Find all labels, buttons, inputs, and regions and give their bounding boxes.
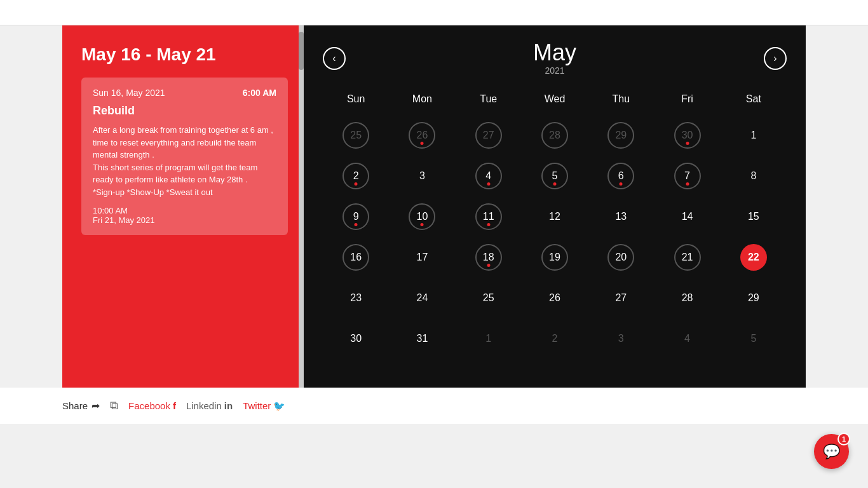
whatsapp-fab[interactable]: 💬 1: [814, 434, 849, 469]
day-header-wed: Wed: [522, 88, 588, 110]
calendar-cell[interactable]: 20: [588, 238, 654, 276]
calendar-cell[interactable]: 21: [654, 238, 720, 276]
copy-icon[interactable]: ⧉: [110, 399, 118, 412]
calendar-cell[interactable]: 5: [721, 320, 787, 358]
day-number[interactable]: 6: [607, 163, 634, 189]
day-number[interactable]: 11: [475, 203, 502, 230]
day-number[interactable]: 7: [674, 163, 701, 189]
calendar-cell[interactable]: 25: [323, 116, 389, 154]
day-number[interactable]: 26: [409, 122, 435, 149]
calendar-cell[interactable]: 31: [389, 320, 455, 358]
day-number[interactable]: 19: [541, 244, 568, 271]
day-number[interactable]: 2: [342, 163, 369, 189]
day-number[interactable]: 4: [674, 325, 701, 352]
calendar-cell[interactable]: 26: [522, 279, 588, 317]
whatsapp-badge: 1: [837, 433, 850, 445]
day-number[interactable]: 10: [409, 203, 435, 230]
calendar-cell[interactable]: 30: [654, 116, 720, 154]
calendar-cell[interactable]: 28: [654, 279, 720, 317]
day-number[interactable]: 8: [740, 163, 767, 189]
calendar-grid: Sun Mon Tue Wed Thu Fri Sat 252627282930…: [323, 88, 787, 358]
day-number[interactable]: 29: [740, 285, 767, 311]
calendar-cell[interactable]: 11: [456, 198, 522, 236]
calendar-cell[interactable]: 5: [522, 157, 588, 195]
calendar-cell[interactable]: 9: [323, 198, 389, 236]
calendar-cell[interactable]: 3: [389, 157, 455, 195]
calendar-cell[interactable]: 17: [389, 238, 455, 276]
calendar-cell[interactable]: 3: [588, 320, 654, 358]
day-number[interactable]: 26: [541, 285, 568, 311]
event-dot: [421, 142, 424, 145]
calendar-cell[interactable]: 4: [654, 320, 720, 358]
calendar-cell[interactable]: 27: [588, 279, 654, 317]
day-number[interactable]: 9: [342, 203, 369, 230]
day-number[interactable]: 1: [740, 122, 767, 149]
calendar-cell[interactable]: 1: [721, 116, 787, 154]
calendar-cell[interactable]: 26: [389, 116, 455, 154]
day-number[interactable]: 2: [541, 325, 568, 352]
calendar-cell[interactable]: 23: [323, 279, 389, 317]
calendar-cell[interactable]: 29: [588, 116, 654, 154]
twitter-link[interactable]: Twitter 🐦: [243, 400, 285, 412]
scrollbar[interactable]: [299, 25, 304, 388]
calendar-cell[interactable]: 13: [588, 198, 654, 236]
calendar-cell[interactable]: 6: [588, 157, 654, 195]
calendar-cell[interactable]: 16: [323, 238, 389, 276]
calendar-cell[interactable]: 19: [522, 238, 588, 276]
calendar-cell[interactable]: 29: [721, 279, 787, 317]
day-number[interactable]: 5: [740, 325, 767, 352]
calendar-cell[interactable]: 10: [389, 198, 455, 236]
day-number[interactable]: 21: [674, 244, 701, 271]
day-header-tue: Tue: [456, 88, 522, 110]
share-arrow-icon: ➦: [92, 400, 100, 412]
day-number[interactable]: 12: [541, 203, 568, 230]
day-number[interactable]: 30: [674, 122, 701, 149]
calendar-cell[interactable]: 25: [456, 279, 522, 317]
day-number[interactable]: 15: [740, 203, 767, 230]
next-month-button[interactable]: ›: [764, 47, 787, 70]
day-number[interactable]: 18: [475, 244, 502, 271]
calendar-cell[interactable]: 22: [721, 238, 787, 276]
calendar-cell[interactable]: 2: [323, 157, 389, 195]
day-number[interactable]: 29: [607, 122, 634, 149]
prev-month-button[interactable]: ‹: [323, 47, 346, 70]
calendar-cell[interactable]: 18: [456, 238, 522, 276]
calendar-cell[interactable]: 8: [721, 157, 787, 195]
calendar-cell[interactable]: 4: [456, 157, 522, 195]
day-number[interactable]: 27: [607, 285, 634, 311]
calendar-cell[interactable]: 15: [721, 198, 787, 236]
day-number[interactable]: 27: [475, 122, 502, 149]
day-number[interactable]: 25: [342, 122, 369, 149]
day-number[interactable]: 22: [740, 244, 767, 271]
calendar-cell[interactable]: 14: [654, 198, 720, 236]
calendar-cell[interactable]: 28: [522, 116, 588, 154]
linkedin-link[interactable]: Linkedin in: [186, 400, 233, 411]
day-number[interactable]: 23: [342, 285, 369, 311]
day-number[interactable]: 28: [541, 122, 568, 149]
day-number[interactable]: 17: [409, 244, 435, 271]
calendar-cell[interactable]: 30: [323, 320, 389, 358]
day-header-sat: Sat: [721, 88, 787, 110]
calendar-cell[interactable]: 24: [389, 279, 455, 317]
calendar-cell[interactable]: 1: [456, 320, 522, 358]
day-number[interactable]: 4: [475, 163, 502, 189]
calendar-cell[interactable]: 27: [456, 116, 522, 154]
day-number[interactable]: 3: [607, 325, 634, 352]
day-number[interactable]: 30: [342, 325, 369, 352]
day-number[interactable]: 16: [342, 244, 369, 271]
calendar-cell[interactable]: 12: [522, 198, 588, 236]
scroll-thumb[interactable]: [299, 32, 304, 70]
day-number[interactable]: 13: [607, 203, 634, 230]
day-number[interactable]: 1: [475, 325, 502, 352]
day-number[interactable]: 31: [409, 325, 435, 352]
day-number[interactable]: 25: [475, 285, 502, 311]
day-number[interactable]: 20: [607, 244, 634, 271]
day-number[interactable]: 28: [674, 285, 701, 311]
day-number[interactable]: 24: [409, 285, 435, 311]
day-number[interactable]: 5: [541, 163, 568, 189]
day-number[interactable]: 3: [409, 163, 435, 189]
facebook-link[interactable]: Facebook f: [128, 400, 176, 411]
calendar-cell[interactable]: 7: [654, 157, 720, 195]
calendar-cell[interactable]: 2: [522, 320, 588, 358]
day-number[interactable]: 14: [674, 203, 701, 230]
